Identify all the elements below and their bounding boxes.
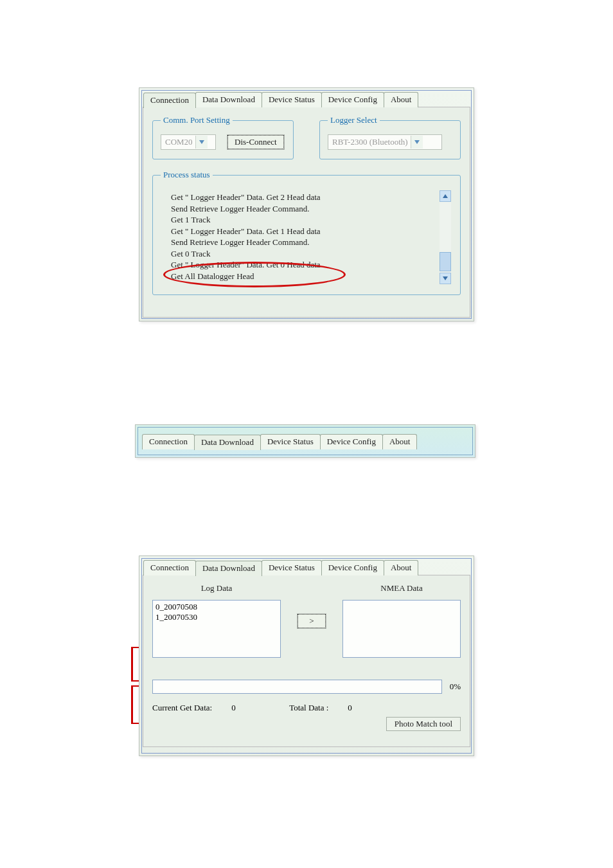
list-item[interactable]: 1_20070530	[155, 612, 278, 622]
tab-data-download[interactable]: Data Download	[195, 92, 262, 107]
process-line: Get 1 Track	[171, 214, 437, 226]
process-line: Send Retrieve Logger Header Command.	[171, 237, 437, 248]
data-download-panel: Connection Data Download Device Status D…	[139, 556, 474, 756]
progress-percent: 0%	[450, 682, 461, 692]
process-line: Get " Logger Header" Data. Get 1 Head da…	[171, 226, 437, 237]
tab-bar-2: Connection Data Download Device Status D…	[136, 425, 475, 449]
logger-select[interactable]: RBT-2300 (Bluetooth)	[328, 134, 442, 150]
com-port-value: COM20	[165, 137, 193, 147]
tab-connection[interactable]: Connection	[143, 560, 196, 575]
process-line: Get All Datalogger Head	[171, 271, 437, 282]
total-data-value: 0	[348, 703, 360, 713]
tab-connection[interactable]: Connection	[143, 93, 196, 108]
current-get-value: 0	[231, 703, 244, 713]
comm-port-legend: Comm. Port Setting	[161, 115, 233, 125]
process-status-legend: Process status	[161, 170, 213, 180]
list-item[interactable]: 0_20070508	[155, 602, 278, 612]
tab-device-status[interactable]: Device Status	[262, 560, 322, 575]
logger-value: RBT-2300 (Bluetooth)	[332, 137, 408, 147]
tab-bar-1: Connection Data Download Device Status D…	[139, 88, 474, 107]
data-download-tab-content: Log Data 0_20070508 1_20070530 > NMEA Da…	[143, 575, 470, 747]
disconnect-button[interactable]: Dis-Connect	[227, 135, 284, 149]
tab-data-download[interactable]: Data Download	[194, 435, 261, 450]
transfer-button[interactable]: >	[298, 614, 326, 628]
process-line: Get " Logger Header" Data. Get 0 Head da…	[171, 259, 437, 271]
tab-bar-3: Connection Data Download Device Status D…	[139, 556, 474, 575]
connection-panel: Connection Data Download Device Status D…	[139, 87, 474, 321]
connection-tab-content: Comm. Port Setting COM20 Dis-Connect Log…	[143, 107, 470, 318]
progress-bar	[152, 680, 442, 694]
logger-select-legend: Logger Select	[328, 115, 380, 125]
logger-select-group: Logger Select RBT-2300 (Bluetooth)	[319, 115, 461, 159]
total-data-label: Total Data :	[289, 703, 328, 713]
tab-connection[interactable]: Connection	[142, 434, 195, 449]
process-status-group: Process status Get " Logger Header" Data…	[152, 170, 461, 295]
process-line: Get 0 Track	[171, 248, 437, 260]
tab-device-status[interactable]: Device Status	[262, 92, 322, 107]
tab-device-config[interactable]: Device Config	[320, 434, 383, 449]
scroll-up-arrow-icon[interactable]	[440, 190, 451, 202]
chevron-down-icon	[195, 136, 208, 149]
scroll-down-arrow-icon[interactable]	[440, 273, 451, 284]
tab-device-status[interactable]: Device Status	[260, 434, 321, 449]
chevron-down-icon	[411, 136, 423, 149]
tab-about[interactable]: About	[384, 92, 419, 107]
nmea-data-heading: NMEA Data	[342, 579, 461, 600]
current-get-label: Current Get Data:	[152, 703, 212, 713]
scroll-thumb[interactable]	[440, 252, 451, 271]
log-data-heading: Log Data	[152, 579, 281, 600]
comm-port-group: Comm. Port Setting COM20 Dis-Connect	[152, 115, 294, 159]
tab-device-config[interactable]: Device Config	[321, 560, 384, 575]
vertical-scrollbar[interactable]	[440, 190, 451, 284]
process-status-text: Get " Logger Header" Data. Get 2 Head da…	[161, 189, 452, 284]
process-line: Get " Logger Header" Data. Get 2 Head da…	[171, 192, 437, 203]
log-data-listbox[interactable]: 0_20070508 1_20070530	[152, 600, 281, 658]
com-port-select[interactable]: COM20	[161, 134, 216, 150]
tab-device-config[interactable]: Device Config	[321, 92, 384, 107]
tab-data-download[interactable]: Data Download	[195, 561, 262, 576]
photo-match-tool-button[interactable]: Photo Match tool	[386, 717, 461, 731]
tab-about[interactable]: About	[384, 560, 419, 575]
process-line: Send Retrieve Logger Header Command.	[171, 203, 437, 215]
nmea-data-listbox[interactable]	[342, 600, 461, 658]
tab-about[interactable]: About	[382, 434, 418, 449]
tab-strip-panel: Connection Data Download Device Status D…	[135, 424, 475, 458]
